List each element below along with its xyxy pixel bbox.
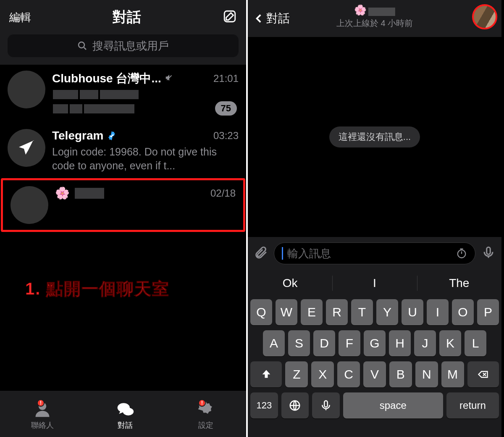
tab-bar: 聯絡人 對話 設定 [0, 391, 246, 437]
shift-icon [260, 369, 272, 380]
key-row-4: 123 space return [248, 390, 501, 423]
conversation-screen: 對話 🌸 上次上線於 4 小時前 2. 這裡還沒有訊息... 輸入訊息 Ok I… [248, 0, 501, 437]
key-globe[interactable] [281, 392, 309, 419]
search-bar-container: 搜尋訊息或用戶 [0, 30, 246, 65]
key-n[interactable]: N [415, 361, 438, 387]
chat-time: 03:23 [213, 130, 239, 142]
chat-preview [52, 89, 239, 117]
key-g[interactable]: G [364, 330, 386, 356]
tab-settings[interactable]: 設定 [197, 400, 215, 430]
unread-badge: 75 [215, 101, 237, 116]
key-h[interactable]: H [389, 330, 411, 356]
key-d[interactable]: D [313, 330, 335, 356]
suggestion-bar: Ok I The [248, 270, 501, 297]
key-return[interactable]: return [446, 392, 499, 419]
suggestion[interactable]: The [417, 270, 501, 297]
contact-title[interactable]: 🌸 上次上線於 4 小時前 [336, 4, 413, 29]
message-placeholder: 輸入訊息 [287, 246, 452, 261]
search-placeholder: 搜尋訊息或用戶 [92, 39, 169, 53]
key-y[interactable]: Y [376, 299, 398, 325]
key-j[interactable]: J [414, 330, 436, 356]
key-m[interactable]: M [441, 361, 464, 387]
key-row-2: A S D F G H J K L [248, 328, 501, 359]
key-row-3: Z X C V B N M [248, 359, 501, 390]
key-i[interactable]: I [427, 299, 449, 325]
key-row-1: Q W E R T Y U I O P [248, 297, 501, 328]
message-area[interactable]: 這裡還沒有訊息... [248, 37, 501, 237]
key-dictation[interactable] [312, 392, 340, 419]
key-t[interactable]: T [351, 299, 373, 325]
attach-icon[interactable] [254, 245, 268, 261]
chat-row[interactable]: Telegram 03:23 Login code: 19968. Do not… [0, 123, 246, 178]
avatar [8, 129, 45, 167]
search-icon [77, 41, 87, 51]
chat-list: Clubhouse 台灣中... 21:01 75 Telegram [0, 65, 246, 232]
key-c[interactable]: C [337, 361, 360, 387]
contact-name-redacted [368, 8, 395, 16]
tab-chats[interactable]: 對話 [116, 400, 134, 430]
key-b[interactable]: B [389, 361, 412, 387]
suggestion[interactable]: Ok [248, 270, 332, 297]
suggestion[interactable]: I [332, 270, 417, 297]
tab-label: 設定 [198, 420, 213, 430]
svg-rect-9 [324, 401, 328, 407]
back-button[interactable]: 對話 [254, 11, 290, 26]
key-space[interactable]: space [343, 392, 443, 419]
chevron-left-icon [254, 11, 265, 26]
chats-icon [116, 400, 134, 419]
timer-icon[interactable] [456, 247, 467, 259]
mic-icon [320, 399, 332, 412]
globe-icon [289, 399, 301, 412]
avatar [8, 71, 45, 108]
key-o[interactable]: O [452, 299, 474, 325]
chat-list-header: 編輯 對話 [0, 0, 246, 30]
message-input-bar: 輸入訊息 [248, 237, 501, 270]
key-l[interactable]: L [465, 330, 486, 356]
back-label: 對話 [266, 11, 290, 26]
chat-name-redacted [75, 188, 104, 199]
key-shift[interactable] [250, 361, 282, 387]
chat-row-highlighted[interactable]: 🌸 02/18 [1, 178, 245, 232]
backspace-icon [476, 369, 490, 380]
key-backspace[interactable] [467, 361, 499, 387]
key-e[interactable]: E [301, 299, 323, 325]
chat-preview: Login code: 19968. Do not give this code… [52, 145, 239, 172]
key-q[interactable]: Q [250, 299, 272, 325]
mic-icon[interactable] [481, 245, 496, 261]
chat-row[interactable]: Clubhouse 台灣中... 21:01 75 [0, 65, 246, 123]
chat-name: Clubhouse 台灣中... [52, 71, 161, 87]
key-k[interactable]: K [439, 330, 461, 356]
contact-emoji: 🌸 [354, 4, 367, 16]
chat-time: 21:01 [213, 73, 239, 84]
key-u[interactable]: U [402, 299, 423, 325]
chat-name: Telegram [52, 129, 103, 142]
annotation-step-1: 1. 點開一個聊天室 [25, 277, 170, 300]
key-123[interactable]: 123 [250, 392, 278, 419]
key-x[interactable]: X [311, 361, 334, 387]
key-f[interactable]: F [339, 330, 360, 356]
key-r[interactable]: R [326, 299, 348, 325]
keyboard: Ok I The Q W E R T Y U I O P A S D F G H… [248, 270, 501, 437]
header-title: 對話 [113, 8, 141, 27]
edit-button[interactable]: 編輯 [9, 10, 31, 25]
key-z[interactable]: Z [285, 361, 308, 387]
key-v[interactable]: V [363, 361, 386, 387]
key-w[interactable]: W [276, 299, 297, 325]
contact-avatar-highlighted[interactable] [472, 4, 497, 29]
conversation-header: 對話 🌸 上次上線於 4 小時前 [248, 0, 501, 37]
search-input[interactable]: 搜尋訊息或用戶 [8, 34, 239, 57]
chat-time: 02/18 [210, 187, 236, 199]
svg-point-4 [123, 408, 134, 415]
message-input[interactable]: 輸入訊息 [274, 242, 475, 264]
last-seen-status: 上次上線於 4 小時前 [336, 18, 413, 29]
key-s[interactable]: S [288, 330, 310, 356]
text-cursor [282, 247, 283, 260]
tab-contacts[interactable]: 聯絡人 [31, 400, 54, 430]
avatar [10, 186, 48, 224]
key-p[interactable]: P [477, 299, 499, 325]
svg-rect-7 [487, 247, 491, 254]
key-a[interactable]: A [263, 330, 285, 356]
tab-label: 對話 [118, 420, 133, 430]
tab-label: 聯絡人 [31, 420, 54, 430]
compose-icon[interactable] [223, 9, 237, 25]
